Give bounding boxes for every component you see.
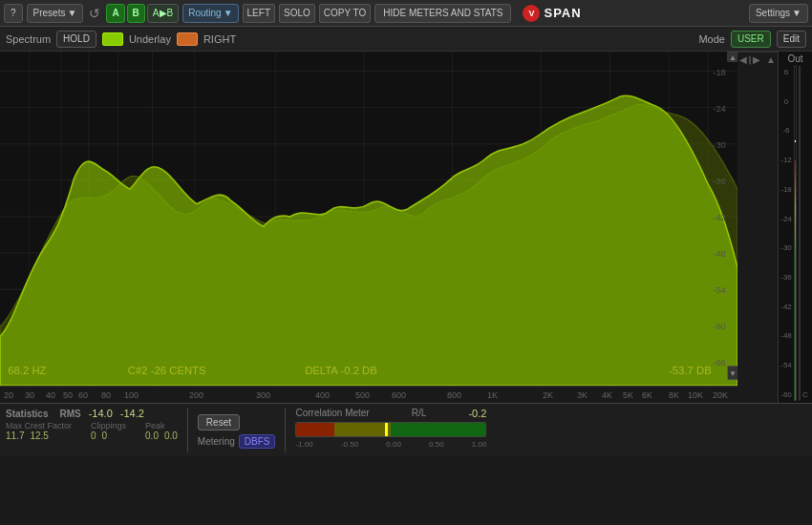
orange-channel-indicator bbox=[177, 32, 198, 46]
solo-button[interactable]: SOLO bbox=[279, 4, 315, 23]
clippings-l: 0 bbox=[91, 430, 96, 441]
meter-scale: 6 0 -6 -12 -18 -24 -30 -36 -42 -48 -54 -… bbox=[780, 66, 792, 401]
corr-label-1: 1.00 bbox=[472, 440, 487, 449]
max-crest-section: Max Crest Factor 11.7 12.5 bbox=[6, 421, 72, 441]
help-button[interactable]: ? bbox=[4, 4, 23, 23]
peak-mark-l bbox=[795, 140, 796, 142]
rms-l-value: -14.0 bbox=[89, 408, 113, 419]
underlay-label: Underlay bbox=[129, 33, 171, 45]
reset-metering-section: Reset Metering DBFS bbox=[198, 408, 276, 452]
ab-a-button[interactable]: A bbox=[106, 4, 124, 23]
svg-text:-42: -42 bbox=[713, 213, 725, 222]
peak-r: 0.0 bbox=[164, 430, 178, 441]
meter-fill-l bbox=[795, 160, 796, 400]
rl-value: -0.2 bbox=[468, 408, 486, 419]
scrollbar-area: ◀ ▶ ▲ bbox=[737, 52, 778, 67]
freq-30: 30 bbox=[25, 390, 34, 400]
scroll-left-button[interactable]: ◀ bbox=[739, 54, 747, 65]
correlation-marker bbox=[385, 423, 388, 436]
freq-50: 50 bbox=[63, 390, 73, 400]
channel-c-label: C bbox=[802, 66, 810, 401]
freq-2k: 2K bbox=[543, 390, 553, 400]
settings-label: Settings bbox=[756, 8, 790, 18]
left-button[interactable]: LEFT bbox=[243, 4, 275, 23]
meter-bar-l bbox=[794, 66, 797, 401]
user-mode-button[interactable]: USER bbox=[731, 31, 771, 48]
freq-8k: 8K bbox=[669, 390, 679, 400]
svg-text:-30: -30 bbox=[713, 140, 725, 150]
max-crest-l: 11.7 bbox=[6, 430, 24, 441]
scroll-up-button[interactable]: ▲ bbox=[766, 54, 776, 65]
peak-section: Peak 0.0 0.0 bbox=[145, 421, 178, 441]
corr-scale: -1.00 -0.50 0.00 0.50 1.00 bbox=[295, 440, 486, 449]
divider-1 bbox=[187, 408, 188, 452]
copyto-button[interactable]: COPY TO bbox=[319, 4, 371, 23]
svg-text:C#2  -26  CENTS: C#2 -26 CENTS bbox=[128, 365, 206, 376]
reset-button[interactable]: Reset bbox=[198, 414, 240, 430]
presets-button[interactable]: Presets ▼ bbox=[27, 4, 84, 23]
svg-text:-48: -48 bbox=[713, 249, 725, 259]
spectrum-label: Spectrum bbox=[6, 33, 51, 45]
svg-text:-18: -18 bbox=[713, 68, 725, 77]
out-meter-panel: Out 6 0 -6 -12 -18 -24 -30 -36 -42 -48 -… bbox=[778, 52, 812, 403]
corr-header: Correlation Meter R/L -0.2 bbox=[295, 408, 486, 419]
meter-fill-r bbox=[800, 174, 801, 400]
dbfs-button[interactable]: DBFS bbox=[239, 434, 276, 449]
stats-sub-row: Max Crest Factor 11.7 12.5 Clippings 0 0… bbox=[6, 421, 178, 441]
hide-meters-button[interactable]: HIDE METERS AND STATS bbox=[374, 4, 511, 23]
freq-40: 40 bbox=[46, 390, 55, 400]
corr-yellow-section bbox=[334, 423, 391, 436]
presets-arrow-icon: ▼ bbox=[67, 8, 76, 18]
statistics-section: Statistics RMS -14.0 -14.2 Max Crest Fac… bbox=[6, 408, 178, 452]
clippings-values: 0 0 bbox=[91, 430, 126, 441]
corr-red-section bbox=[296, 423, 334, 436]
stats-header-row: Statistics RMS -14.0 -14.2 bbox=[6, 408, 178, 419]
refresh-button[interactable]: ↺ bbox=[87, 6, 102, 21]
settings-arrow-icon: ▼ bbox=[792, 8, 801, 18]
routing-label: Routing bbox=[188, 8, 221, 18]
svg-text:DELTA  -0.2  DB: DELTA -0.2 DB bbox=[305, 365, 377, 376]
metering-section: Metering DBFS bbox=[198, 434, 276, 449]
corr-label-minus1: -1.00 bbox=[295, 440, 312, 449]
svg-text:-66: -66 bbox=[713, 358, 725, 368]
svg-text:-60: -60 bbox=[713, 322, 725, 331]
meter-bars-container: 6 0 -6 -12 -18 -24 -30 -36 -42 -48 -54 -… bbox=[780, 66, 810, 401]
max-crest-values: 11.7 12.5 bbox=[6, 430, 72, 441]
freq-80: 80 bbox=[101, 390, 111, 400]
svg-text:68.2  HZ: 68.2 HZ bbox=[8, 365, 46, 376]
meter-bar-r bbox=[799, 66, 801, 401]
ab-b-button[interactable]: B bbox=[127, 4, 145, 23]
out-label: Out bbox=[787, 53, 802, 64]
scrollbar-track[interactable] bbox=[749, 55, 751, 65]
statistics-label: Statistics bbox=[6, 409, 48, 419]
svg-text:-53.7  DB: -53.7 DB bbox=[669, 365, 712, 376]
spectrum-display: -18 -24 -30 -36 -42 -48 -54 -60 -66 ▲ ▼ … bbox=[0, 52, 737, 403]
freq-3k: 3K bbox=[577, 390, 588, 400]
freq-6k: 6K bbox=[642, 390, 652, 400]
metering-label: Metering bbox=[198, 436, 235, 447]
app-title: SPAN bbox=[544, 6, 581, 20]
svg-text:▼: ▼ bbox=[729, 369, 737, 378]
hold-button[interactable]: HOLD bbox=[56, 31, 96, 48]
freq-500: 500 bbox=[355, 390, 370, 400]
freq-300: 300 bbox=[256, 390, 270, 400]
routing-button[interactable]: Routing ▼ bbox=[182, 4, 238, 23]
freq-4k: 4K bbox=[602, 390, 612, 400]
voxengo-icon: V bbox=[523, 5, 540, 22]
spectrum-and-meter: -18 -24 -30 -36 -42 -48 -54 -60 -66 ▲ ▼ … bbox=[0, 52, 812, 403]
mode-label: Mode bbox=[698, 33, 725, 45]
clippings-r: 0 bbox=[102, 430, 108, 441]
freq-10k: 10K bbox=[688, 390, 703, 400]
voxengo-logo: V SPAN bbox=[523, 5, 581, 22]
edit-button[interactable]: Edit bbox=[777, 31, 806, 48]
corr-label-minus05: -0.50 bbox=[341, 440, 358, 449]
corr-label-0: 0.00 bbox=[386, 440, 401, 449]
scroll-right-button[interactable]: ▶ bbox=[753, 54, 760, 65]
svg-text:▲: ▲ bbox=[729, 53, 737, 62]
frequency-axis: 20 30 40 50 60 80 100 200 300 400 500 60… bbox=[0, 386, 737, 403]
svg-text:-54: -54 bbox=[713, 285, 725, 295]
settings-button[interactable]: Settings ▼ bbox=[749, 4, 808, 23]
ab-group: A B A▶B bbox=[106, 4, 179, 23]
corr-green-section bbox=[391, 423, 485, 436]
ab-arrow-button[interactable]: A▶B bbox=[147, 4, 179, 23]
